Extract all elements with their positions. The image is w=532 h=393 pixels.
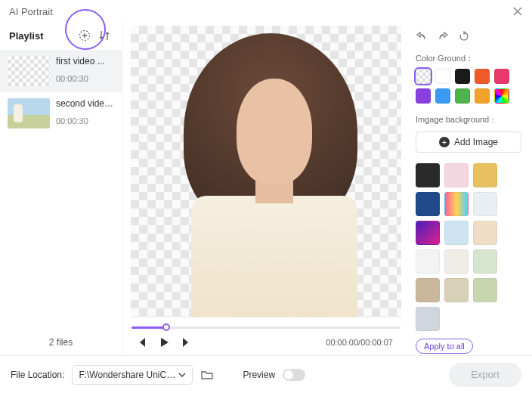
export-button[interactable]: Export [449, 363, 521, 387]
background-thumb[interactable] [416, 307, 440, 331]
add-image-label: Add Image [454, 137, 498, 147]
window-title: AI Portrait [9, 6, 53, 17]
redo-icon[interactable] [437, 30, 449, 42]
file-location-select[interactable]: F:\Wondershare UniConverte... [72, 365, 193, 385]
preview-canvas[interactable] [131, 26, 401, 317]
open-folder-icon[interactable] [200, 368, 214, 382]
next-frame-icon[interactable] [180, 336, 193, 349]
preview-toggle-label: Preview [243, 370, 275, 380]
playlist-item-name: first video ... [56, 56, 116, 67]
color-swatch[interactable] [435, 88, 450, 104]
color-swatch[interactable] [494, 69, 509, 84]
color-swatch[interactable] [494, 88, 509, 104]
playlist-thumb [8, 98, 50, 128]
background-thumb[interactable] [416, 278, 440, 302]
apply-to-all-button[interactable]: Apply to all [416, 339, 473, 354]
playlist-item[interactable]: second video... 00:00:30 [0, 92, 122, 135]
color-ground-label: Color Ground： [416, 53, 521, 64]
sidebar: Playlist first video ... 00:00:30 second… [0, 23, 122, 355]
color-swatch[interactable] [416, 69, 431, 84]
chevron-down-icon [178, 371, 186, 379]
background-thumb[interactable] [444, 192, 469, 216]
color-swatch[interactable] [455, 69, 470, 84]
background-thumb[interactable] [416, 221, 440, 245]
reset-icon[interactable] [458, 30, 470, 42]
file-location-value: F:\Wondershare UniConverte... [79, 370, 177, 380]
sort-icon[interactable] [97, 29, 111, 42]
background-thumb[interactable] [444, 221, 469, 245]
play-icon[interactable] [157, 336, 171, 349]
background-thumb[interactable] [444, 249, 469, 274]
background-thumb[interactable] [473, 221, 497, 245]
background-thumb[interactable] [473, 163, 497, 187]
color-swatch[interactable] [435, 69, 450, 84]
background-thumb[interactable] [444, 163, 469, 187]
file-location-label: File Location: [11, 370, 64, 380]
playlist-item-duration: 00:00:30 [56, 74, 116, 83]
color-swatch[interactable] [475, 88, 490, 104]
background-thumb[interactable] [473, 249, 497, 274]
color-swatches [416, 69, 521, 104]
image-background-label: Imgage background： [416, 114, 521, 125]
color-swatch[interactable] [416, 88, 431, 104]
background-thumb[interactable] [416, 249, 440, 274]
playlist-item-name: second video... [56, 98, 116, 109]
prev-frame-icon[interactable] [135, 336, 148, 349]
preview-toggle[interactable] [283, 369, 305, 381]
timeline-scrubber[interactable] [131, 323, 401, 331]
add-image-button[interactable]: + Add Image [416, 132, 521, 153]
plus-icon: + [439, 137, 450, 147]
playlist-item[interactable]: first video ... 00:00:30 [0, 50, 122, 92]
add-media-icon[interactable] [78, 29, 91, 42]
background-thumb[interactable] [416, 163, 440, 187]
background-grid [416, 163, 521, 331]
color-swatch[interactable] [455, 88, 470, 104]
timecode: 00:00:00/00:00:07 [326, 338, 397, 347]
background-thumb[interactable] [473, 192, 497, 216]
background-thumb[interactable] [444, 278, 469, 302]
color-swatch[interactable] [475, 69, 490, 84]
file-count: 2 files [0, 330, 122, 355]
playlist-item-duration: 00:00:30 [56, 116, 116, 125]
undo-icon[interactable] [416, 30, 428, 42]
background-thumb[interactable] [416, 192, 440, 216]
playlist-heading: Playlist [9, 30, 44, 42]
playlist-thumb [8, 56, 50, 86]
background-thumb[interactable] [473, 278, 497, 302]
close-icon[interactable] [512, 6, 523, 17]
